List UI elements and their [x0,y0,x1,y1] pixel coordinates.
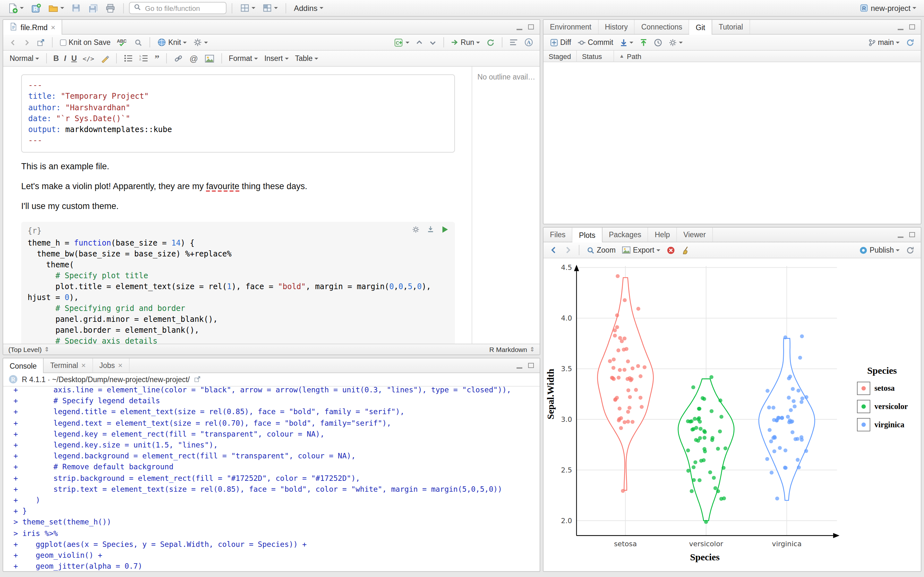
knit-icon [157,38,166,47]
maximize-icon[interactable] [909,24,915,29]
tab-help[interactable]: Help [648,227,677,242]
insert-menu[interactable]: Insert [262,53,291,63]
goto-file-input[interactable] [144,3,222,13]
minimize-icon[interactable] [898,236,903,237]
paragraph-style-select[interactable]: Normal [7,53,42,63]
previous-plot-icon[interactable] [548,245,560,255]
open-file-button[interactable] [45,2,67,15]
open-in-window-icon[interactable] [194,376,201,384]
tab-file-rmd[interactable]: file.Rmd × [3,20,62,35]
file-type-button[interactable]: R Markdown [489,346,527,353]
export-button[interactable]: Export [620,245,663,255]
back-icon[interactable] [7,37,19,47]
tab-terminal[interactable]: Terminal × [44,358,93,372]
run-chunk-icon[interactable] [441,226,449,237]
pane-window-buttons [892,227,921,242]
zoom-button[interactable]: Zoom [584,245,618,255]
scope-selector[interactable]: (Top Level) [8,346,42,353]
tab-viewer[interactable]: Viewer [677,227,713,242]
goto-file-search[interactable] [129,2,226,14]
print-button[interactable] [103,2,118,15]
commit-button[interactable]: Commit [575,37,615,48]
format-menu[interactable]: Format [226,53,260,63]
close-icon[interactable]: × [51,23,55,31]
git-file-list[interactable] [543,62,921,224]
addins-button[interactable]: Addins [291,2,326,14]
new-project-button[interactable]: R [28,2,44,15]
numbered-list-button[interactable]: 1.2. [137,53,151,63]
tab-git[interactable]: Git [690,20,712,35]
svg-text:R: R [862,5,866,11]
next-chunk-icon[interactable] [427,37,439,47]
chunk-options-gear-icon[interactable] [412,226,420,237]
save-button[interactable] [69,2,83,14]
visual-mode-toggle-icon[interactable]: A [522,37,536,48]
pull-button[interactable] [617,37,636,48]
find-replace-icon[interactable] [132,37,145,48]
run-chunks-above-icon[interactable] [427,226,435,237]
diff-button[interactable]: Diff [548,37,573,48]
column-path[interactable]: ▲Path [614,51,921,61]
tab-history[interactable]: History [598,20,635,34]
citation-button[interactable]: @ [187,52,200,64]
rstudio-window: R Addins [0,0,924,577]
maximize-icon[interactable] [909,232,915,237]
italic-button[interactable]: I [62,54,68,63]
forward-icon[interactable] [21,37,33,47]
pane-layout-button[interactable] [260,2,280,14]
spellcheck-icon[interactable]: ABC [114,37,130,48]
tab-connections[interactable]: Connections [635,20,690,34]
tab-console[interactable]: Console [3,358,44,373]
history-clock-icon[interactable] [651,37,664,48]
document-options-button[interactable] [191,37,210,48]
tab-tutorial[interactable]: Tutorial [712,20,750,34]
open-in-window-icon[interactable] [34,37,47,48]
divider [116,53,117,63]
runtime-label[interactable]: R 4.1.1 · ~/Desktop/Dump/new-project/new… [22,376,190,384]
svg-text:virginica: virginica [772,540,802,548]
run-button[interactable]: Run [449,37,483,47]
bold-button[interactable]: B [51,54,61,63]
bullet-list-button[interactable] [121,53,136,63]
tab-packages[interactable]: Packages [603,227,648,242]
clear-formatting-icon[interactable] [98,53,111,64]
save-all-button[interactable] [86,2,101,15]
remove-plot-icon[interactable] [664,245,677,255]
tab-jobs[interactable]: Jobs × [93,358,129,372]
image-button[interactable] [202,53,216,64]
knit-on-save-checkbox[interactable]: Knit on Save [57,37,113,47]
previous-chunk-icon[interactable] [413,37,425,47]
rerun-icon[interactable] [484,37,497,48]
workspace-panes-button[interactable] [237,2,258,14]
tab-files[interactable]: Files [543,227,573,242]
console-output[interactable]: + axis.line = element_line(color = "blac… [3,387,540,571]
git-options-button[interactable] [666,37,685,48]
refresh-icon[interactable] [903,37,917,48]
next-plot-icon[interactable] [561,245,574,255]
updown-icon: ⇕ [44,346,49,353]
minimize-icon[interactable] [517,367,522,368]
project-menu-button[interactable]: R new-project [857,2,919,14]
table-menu[interactable]: Table [292,53,321,63]
new-file-button[interactable] [5,2,26,15]
blockquote-button[interactable]: ” [152,52,162,65]
insert-chunk-button[interactable]: C [391,36,412,48]
clear-plots-broom-icon[interactable] [678,245,692,255]
maximize-icon[interactable] [528,24,534,29]
publish-button[interactable]: Publish [857,245,902,255]
minimize-icon[interactable] [898,29,903,30]
refresh-icon[interactable] [903,245,917,255]
tab-plots[interactable]: Plots [573,227,603,242]
code-button[interactable]: </> [80,53,97,63]
close-icon[interactable]: × [118,362,123,369]
underline-button[interactable]: U [69,54,79,63]
close-icon[interactable]: × [81,362,86,369]
tab-environment[interactable]: Environment [543,20,598,34]
maximize-icon[interactable] [528,363,534,368]
visual-editor[interactable]: ---title: "Temporary Project"author: "Ha… [3,67,472,343]
outline-toggle-icon[interactable] [507,37,520,47]
knit-button[interactable]: Knit [155,37,189,48]
branch-menu[interactable]: main [866,37,902,48]
push-button[interactable] [637,37,650,48]
minimize-icon[interactable] [517,29,522,30]
